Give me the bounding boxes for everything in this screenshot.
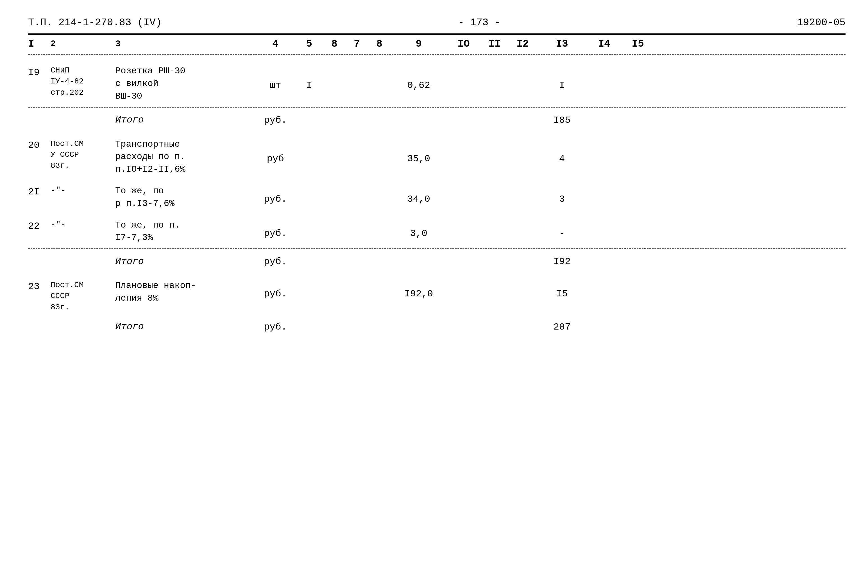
itogo-1-desc: Итого: [115, 114, 256, 127]
table-row-23: 23 Пост.СМСССР83г. Плановые накоп-ления …: [28, 273, 846, 315]
col-header-11: II: [481, 38, 509, 50]
row-22-id: 22: [28, 218, 50, 233]
row-22-col13: -: [537, 218, 587, 241]
row-20-ref: Пост.СМУ СССР83г.: [50, 138, 115, 171]
row-23-col9: I92,0: [391, 279, 447, 301]
itogo-1-unit: руб.: [256, 113, 295, 128]
itogo-row-2: Итого руб. I92: [28, 250, 846, 273]
page-header: Т.П. 214-1-270.83 (IV) - 173 - 19200-05: [28, 17, 846, 28]
table-area: I9 СНиПIУ-4-82стр.202 Розетка РШ-30с вил…: [28, 56, 846, 339]
row-23-unit: руб.: [256, 279, 295, 301]
row-21-desc: То же, пор п.I3-7,6%: [115, 184, 256, 210]
row-19-ref: СНиПIУ-4-82стр.202: [50, 64, 115, 98]
row-20-col9: 35,0: [391, 138, 447, 166]
table-row-22: 22 -"- То же, по п.I7-7,3% руб. 3,0 -: [28, 213, 846, 247]
col-header-7: 7: [345, 38, 368, 50]
row-21-unit: руб.: [256, 184, 295, 206]
column-headers: I 2 3 4 5 8 7 8 9 IO II I2 I3 I4 I5: [28, 34, 846, 53]
row-19-qty: I: [295, 64, 323, 93]
row-19-col13: I: [537, 64, 587, 93]
header-bottom-divider: [28, 54, 846, 55]
col-header-13: I3: [537, 38, 587, 50]
table-row: I9 СНиПIУ-4-82стр.202 Розетка РШ-30с вил…: [28, 56, 846, 105]
row-22-unit: руб.: [256, 218, 295, 241]
itogo-2-desc: Итого: [115, 255, 256, 268]
table-row-20: 20 Пост.СМУ СССР83г. Транспортныерасходы…: [28, 132, 846, 179]
row-23-id: 23: [28, 279, 50, 294]
row-22-ref: -"-: [50, 218, 115, 231]
page: Т.П. 214-1-270.83 (IV) - 173 - 19200-05 …: [0, 0, 868, 588]
col-header-2: 2: [50, 38, 115, 50]
row-21-ref: -"-: [50, 184, 115, 196]
row-19-unit: шт: [256, 64, 295, 93]
itogo-3-col13: 207: [537, 320, 587, 334]
row-22-desc: То же, по п.I7-7,3%: [115, 218, 256, 245]
col-header-9: 9: [391, 38, 447, 50]
col-header-10: IO: [447, 38, 481, 50]
row-21-col13: 3: [537, 184, 587, 206]
itogo-2-col13: I92: [537, 255, 587, 269]
header-right: 19200-05: [797, 17, 846, 28]
itogo-3-unit: руб.: [256, 320, 295, 334]
header-center: - 173 -: [458, 17, 500, 28]
itogo-2-unit: руб.: [256, 255, 295, 269]
header-left: Т.П. 214-1-270.83 (IV): [28, 17, 162, 28]
col-header-4: 4: [256, 38, 295, 50]
itogo-3-desc: Итого: [115, 321, 256, 333]
row-23-col13: I5: [537, 279, 587, 301]
col-header-14: I4: [587, 38, 621, 50]
row-22-col9: 3,0: [391, 218, 447, 241]
itogo-row-3: Итого руб. 207: [28, 315, 846, 339]
itogo-row-1: Итого руб. I85: [28, 109, 846, 132]
row-20-unit: руб: [256, 138, 295, 166]
col-header-8: 8: [368, 38, 391, 50]
col-header-1: I: [28, 38, 50, 50]
row-19-id: I9: [28, 64, 50, 80]
row-23-ref: Пост.СМСССР83г.: [50, 279, 115, 313]
col-header-12: I2: [509, 38, 537, 50]
row-20-desc: Транспортныерасходы по п.п.IO+I2-II,6%: [115, 138, 256, 176]
row-20-col13: 4: [537, 138, 587, 166]
divider-after-22: [28, 248, 846, 249]
col-header-3: 3: [115, 38, 256, 50]
row-21-id: 2I: [28, 184, 50, 199]
col-header-6: 8: [323, 38, 345, 50]
row-19-desc: Розетка РШ-30с вилкойВШ-30: [115, 64, 256, 103]
table-row-21: 2I -"- То же, пор п.I3-7,6% руб. 34,0 3: [28, 179, 846, 213]
row-21-col9: 34,0: [391, 184, 447, 206]
row-23-desc: Плановые накоп-ления 8%: [115, 279, 256, 305]
col-header-5: 5: [295, 38, 323, 50]
itogo-1-col13: I85: [537, 113, 587, 128]
row-20-id: 20: [28, 138, 50, 153]
row-19-col9: 0,62: [391, 64, 447, 93]
divider-after-19: [28, 107, 846, 108]
col-header-15: I5: [621, 38, 655, 50]
